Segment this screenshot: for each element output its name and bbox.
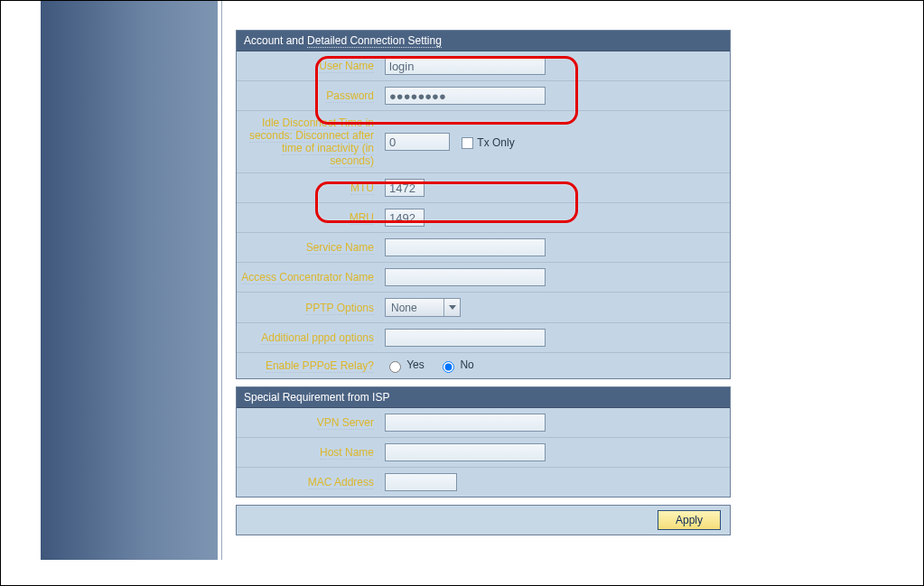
radio-label-yes: Yes — [406, 358, 425, 371]
label-idle-1: Idle Disconnect Time in — [262, 116, 374, 130]
section2-title: Special Requirement from ISP — [244, 391, 389, 404]
label-password: Password — [326, 89, 374, 103]
label-mtu: MTU — [350, 181, 374, 195]
radio-label-no: No — [460, 358, 473, 371]
mac-address-input[interactable] — [385, 473, 457, 491]
password-input[interactable] — [385, 87, 546, 105]
vertical-separator — [221, 1, 222, 560]
label-access-concentrator: Access Concentrator Name — [241, 271, 374, 284]
label-idle-4: seconds) — [330, 154, 374, 168]
vpn-server-input[interactable] — [385, 414, 546, 432]
section-title-plain: Account and — [244, 34, 307, 47]
label-tx-only: Tx Only — [477, 136, 514, 149]
apply-bar: Apply — [236, 505, 731, 535]
mru-input[interactable] — [385, 209, 425, 227]
left-sidebar — [41, 1, 218, 560]
idle-disconnect-input[interactable] — [385, 133, 450, 151]
label-service-name: Service Name — [306, 241, 374, 255]
label-vpn-server: VPN Server — [317, 416, 374, 430]
app-frame: Account and Detailed Connection Setting … — [0, 0, 924, 586]
left-margin — [1, 1, 41, 586]
label-user-name: User Name — [319, 60, 374, 73]
section-header-isp: Special Requirement from ISP — [237, 387, 730, 408]
tx-only-checkbox[interactable] — [462, 137, 473, 149]
label-mru: MRU — [350, 211, 374, 225]
pptp-options-select[interactable]: None — [385, 298, 461, 317]
chevron-down-icon — [443, 299, 460, 316]
label-pptp-options: PPTP Options — [305, 302, 374, 315]
label-idle-2: seconds: Disconnect after — [249, 129, 374, 143]
section-title-dotted: Detailed Connection Setting — [307, 34, 442, 48]
host-name-input[interactable] — [385, 443, 546, 461]
label-idle-3: time of inactivity (in — [282, 142, 374, 155]
pppoe-relay-yes-radio[interactable] — [389, 361, 401, 373]
mtu-input[interactable] — [385, 179, 425, 197]
pppoe-relay-no-radio[interactable] — [443, 361, 454, 373]
service-name-input[interactable] — [385, 238, 546, 256]
pptp-options-value: None — [386, 302, 443, 314]
user-name-input[interactable] — [385, 57, 546, 75]
apply-button[interactable]: Apply — [658, 510, 721, 530]
section-header-account: Account and Detailed Connection Setting — [237, 31, 730, 51]
isp-requirement-section: Special Requirement from ISP VPN Server … — [236, 386, 731, 498]
additional-pppd-input[interactable] — [385, 329, 546, 347]
label-enable-pppoe-relay: Enable PPPoE Relay? — [266, 359, 374, 373]
label-mac-address: MAC Address — [308, 476, 374, 489]
label-additional-pppd: Additional pppd options — [261, 331, 374, 345]
account-connection-section: Account and Detailed Connection Setting … — [236, 30, 731, 379]
access-concentrator-input[interactable] — [385, 268, 546, 286]
label-host-name: Host Name — [320, 446, 374, 460]
